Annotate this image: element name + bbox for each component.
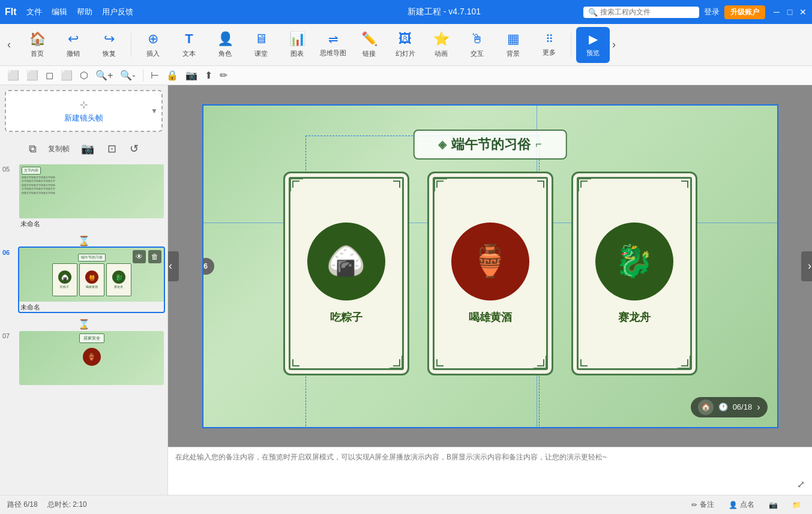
card-1[interactable]: 🍙 吃粽子 [283, 172, 409, 375]
toolbar-home[interactable]: 🏠 首页 [20, 27, 54, 63]
more-icon: ⠿ [546, 32, 553, 46]
card-2[interactable]: 🏺 喝雄黄酒 [427, 172, 553, 375]
slide-thumb-05[interactable]: 文字内容 段落文字段落文字段落文字段落 文字段落文字段落文字段落文字 段落文字段… [18, 163, 165, 230]
notes-btn-label: 备注 [700, 500, 714, 510]
sidebar: ⊹ 新建镜头帧 ▼ ⧉ 复制帧 📷 ⊡ ↺ 05 文字内容 [0, 85, 168, 495]
lock-btn[interactable]: 🔒 [164, 68, 181, 82]
classroom-icon: 🖥 [254, 31, 268, 47]
search-box[interactable]: 🔍 ▼ [583, 7, 699, 18]
link-icon: ✏️ [361, 31, 377, 47]
toolbar-slideshow[interactable]: 🖼 幻灯片 [388, 27, 422, 63]
notes-icon: ✏ [691, 501, 697, 509]
search-dropdown-icon[interactable]: ▼ [687, 8, 694, 17]
menu-file[interactable]: 文件 [26, 7, 42, 17]
canvas-wrapper[interactable]: ‹ 6 ◈ 端午节的习俗 ⌐ [168, 85, 812, 447]
toolbar-interact[interactable]: 🖱 交互 [460, 27, 494, 63]
menu-feedback[interactable]: 用户反馈 [102, 7, 133, 17]
notes-btn[interactable]: ✏ 备注 [688, 498, 718, 511]
mini-card-1: 🍙 吃粽子 [52, 263, 77, 296]
toolbar-mindmap[interactable]: ⇌ 思维导图 [316, 27, 350, 63]
counter-clock-icon: 🕐 [718, 402, 728, 411]
toolbar-classroom[interactable]: 🖥 课堂 [244, 27, 278, 63]
copy-frame-btn[interactable]: ⧉ [27, 141, 38, 157]
counter-home-btn[interactable]: 🏠 [698, 399, 714, 415]
status-path: 路径 6/18 [7, 500, 38, 510]
slide-number-07: 07 [2, 330, 14, 339]
zoom-in-btn[interactable]: 🔍+ [93, 68, 115, 82]
nav-next-button[interactable]: › [612, 38, 616, 51]
slide-thumb-06[interactable]: 端午节的习俗 🍙 吃粽子 🍯 喝雄黄酒 [18, 247, 165, 313]
card-emoji-3: 🐉 [615, 243, 654, 279]
shape-hexagon-btn[interactable]: ⬡ [77, 68, 91, 82]
card-3[interactable]: 🐉 赛龙舟 [571, 172, 697, 375]
toolbar-more[interactable]: ⠿ 更多 [532, 27, 566, 63]
toolbar-redo[interactable]: ↪ 恢复 [92, 27, 126, 63]
slide-item-07[interactable]: 07 居家安全 🏺 [2, 330, 165, 386]
nav-prev-button[interactable]: ‹ [5, 36, 13, 53]
new-frame-button[interactable]: ⊹ 新建镜头帧 ▼ [5, 90, 163, 132]
maximize-button[interactable]: □ [786, 8, 794, 16]
counter-next-btn[interactable]: › [757, 402, 760, 413]
new-frame-label: 新建镜头帧 [64, 113, 103, 124]
redo-icon: ↪ [104, 31, 115, 47]
toolbar-link[interactable]: ✏️ 链接 [352, 27, 386, 63]
toolbar-slideshow-label: 幻灯片 [395, 49, 415, 58]
titlebar-actions: 登录 升级账户 [704, 5, 765, 19]
toolbar-insert-label: 插入 [146, 49, 160, 58]
slide-badge: 6 [202, 258, 214, 275]
slide-item-06[interactable]: 06 端午节的习俗 🍙 吃粽子 🍯 [2, 247, 165, 313]
crop-btn[interactable]: ⊡ [106, 140, 118, 157]
edit-btn[interactable]: ✏ [217, 68, 230, 82]
menu-edit[interactable]: 编辑 [52, 7, 67, 17]
thumb-actions-06: 👁 🗑 [133, 250, 161, 263]
menu-bar: 文件 编辑 帮助 用户反馈 [26, 7, 305, 17]
shape-rounded-btn[interactable]: ⬜ [24, 68, 41, 82]
canvas-nav-left[interactable]: ‹ [168, 251, 179, 281]
toolbar-background[interactable]: ▦ 背景 [496, 27, 530, 63]
zoom-out-btn[interactable]: 🔍- [118, 68, 137, 82]
close-button[interactable]: ✕ [799, 8, 807, 16]
upgrade-button[interactable]: 升级账户 [724, 5, 765, 19]
mini-title-06: 端午节的习俗 [78, 254, 106, 261]
toolbar-undo[interactable]: ↩ 撤销 [56, 27, 90, 63]
slide-title-box: ◈ 端午节的习俗 ⌐ [413, 130, 567, 160]
toolbar-insert[interactable]: ⊕ 插入 [136, 27, 170, 63]
loop-btn[interactable]: ↺ [128, 140, 140, 157]
toolbar-character[interactable]: 👤 角色 [208, 27, 242, 63]
toolbar-text[interactable]: T 文本 [172, 27, 206, 63]
thumb-view-btn[interactable]: 👁 [133, 250, 146, 263]
screenshot-btn[interactable]: 📷 [79, 140, 96, 157]
toolbar-animation[interactable]: ⭐ 动画 [424, 27, 458, 63]
shape-diamond-btn[interactable]: ◻ [43, 68, 56, 82]
card-emoji-1: 🍙 [326, 243, 365, 279]
shape-circle-btn[interactable]: ⬜ [58, 68, 75, 82]
login-button[interactable]: 登录 [704, 7, 720, 17]
align-left-btn[interactable]: ⊢ [148, 68, 161, 82]
slide-spacer-1: ⌛ [2, 235, 165, 247]
search-input[interactable] [600, 8, 684, 16]
notes-input[interactable] [175, 452, 805, 479]
mindmap-icon: ⇌ [328, 32, 338, 46]
canvas-nav-right[interactable]: › [801, 251, 812, 281]
slide-thumb-07[interactable]: 居家安全 🏺 [18, 330, 165, 386]
toolbar-chart[interactable]: 📊 图表 [280, 27, 314, 63]
camera-btn[interactable]: 📷 [765, 500, 781, 510]
menu-help[interactable]: 帮助 [77, 7, 92, 17]
slide-number-05: 05 [2, 163, 14, 173]
roll-call-btn[interactable]: 👤 点名 [725, 498, 758, 511]
camera-capture-btn[interactable]: 📷 [183, 68, 200, 82]
thumb-delete-btn[interactable]: 🗑 [148, 250, 161, 263]
slide-canvas[interactable]: 6 ◈ 端午节的习俗 ⌐ 🍙 [202, 104, 778, 428]
slide-item-05[interactable]: 05 文字内容 段落文字段落文字段落文字段落 文字段落文字段落文字段落文字 段落… [2, 163, 165, 230]
export-btn[interactable]: ⬆ [202, 68, 215, 82]
slide-thumb-img-05: 文字内容 段落文字段落文字段落文字段落 文字段落文字段落文字段落文字 段落文字段… [19, 164, 164, 218]
toolbar-preview[interactable]: ▶ 预览 [576, 27, 610, 63]
card-corner-tr-3 [681, 181, 688, 188]
spacer-icon-2: ⌛ [78, 318, 90, 330]
shape-rect-btn[interactable]: ⬜ [5, 68, 22, 82]
minimize-button[interactable]: ─ [772, 8, 781, 16]
frame-tools: ⧉ 复制帧 📷 ⊡ ↺ [0, 137, 167, 161]
statusbar: 路径 6/18 总时长: 2:10 ✏ 备注 👤 点名 📷 📁 [0, 495, 812, 514]
notes-expand-btn[interactable]: ⤢ [797, 479, 805, 490]
folder-btn[interactable]: 📁 [789, 500, 805, 510]
